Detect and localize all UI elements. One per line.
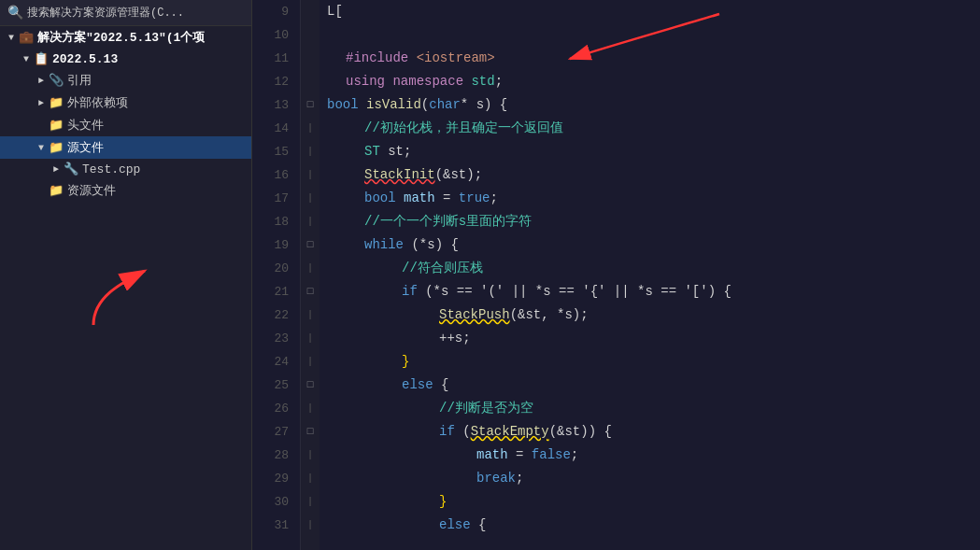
header-icon: 📁 bbox=[49, 118, 64, 133]
sidebar: 🔍 搜索解决方案资源管理器(C... ▼ 💼 解决方案"2022.5.13"(1… bbox=[0, 0, 252, 550]
g31: | bbox=[303, 514, 318, 537]
g12 bbox=[303, 70, 318, 93]
line-17: bool math = true; bbox=[327, 187, 980, 210]
line-21: if (*s == '(' || *s == '{' || *s == '[')… bbox=[327, 280, 980, 303]
tree-item-testcpp[interactable]: ► 🔧 Test.cpp bbox=[0, 159, 251, 179]
solution-label: 解决方案"2022.5.13"(1个项 bbox=[37, 29, 205, 46]
line-18: //一个一个判断s里面的字符 bbox=[327, 210, 980, 233]
ln-14: 14 bbox=[252, 117, 289, 140]
ref-label: 引用 bbox=[67, 72, 92, 89]
line-30: } bbox=[327, 490, 980, 514]
resource-label: 资源文件 bbox=[67, 182, 116, 199]
tree-item-ref[interactable]: ► 📎 引用 bbox=[0, 69, 251, 92]
line-27: if (StackEmpty(&st)) { bbox=[327, 420, 980, 444]
g16: | bbox=[303, 163, 318, 187]
ln-23: 23 bbox=[252, 327, 289, 350]
line-20: //符合则压栈 bbox=[327, 257, 980, 280]
ref-arrow: ► bbox=[34, 76, 49, 86]
ln-11: 11 bbox=[252, 47, 289, 70]
ln-19: 19 bbox=[252, 233, 289, 257]
line-19: while (*s) { bbox=[327, 233, 980, 257]
g19[interactable]: □ bbox=[303, 233, 318, 257]
project-arrow: ▼ bbox=[19, 54, 34, 64]
ln-31: 31 bbox=[252, 514, 289, 537]
g25[interactable]: □ bbox=[303, 374, 318, 397]
ln-29: 29 bbox=[252, 467, 289, 490]
testcpp-label: Test.cpp bbox=[82, 162, 140, 176]
project-label: 2022.5.13 bbox=[52, 52, 118, 66]
g21[interactable]: □ bbox=[303, 280, 318, 303]
code-lines: L[ #include <iostream> using namespace s… bbox=[320, 0, 980, 550]
line-16: StackInit(&st); bbox=[327, 163, 980, 187]
line-11: #include <iostream> bbox=[327, 47, 980, 70]
project-item[interactable]: ▼ 📋 2022.5.13 bbox=[0, 49, 251, 69]
g22: | bbox=[303, 303, 318, 327]
tree-item-ext[interactable]: ► 📁 外部依赖项 bbox=[0, 92, 251, 114]
ln-26: 26 bbox=[252, 397, 289, 420]
line-10 bbox=[327, 23, 980, 47]
g14: | bbox=[303, 117, 318, 140]
line-9: L[ bbox=[327, 0, 980, 23]
ext-label: 外部依赖项 bbox=[67, 94, 128, 111]
header-label: 头文件 bbox=[67, 117, 104, 134]
g26: | bbox=[303, 397, 318, 420]
g29: | bbox=[303, 467, 318, 490]
g15: | bbox=[303, 140, 318, 163]
tree-item-resource[interactable]: 📁 资源文件 bbox=[0, 179, 251, 202]
ref-icon: 📎 bbox=[49, 73, 64, 88]
ln-30: 30 bbox=[252, 490, 289, 514]
ln-24: 24 bbox=[252, 350, 289, 374]
tree-item-source[interactable]: ▼ 📁 源文件 bbox=[0, 136, 251, 159]
line-23: ++s; bbox=[327, 327, 980, 350]
line-31: else { bbox=[327, 514, 980, 537]
g24: | bbox=[303, 350, 318, 374]
g10 bbox=[303, 23, 318, 47]
ln-27: 27 bbox=[252, 420, 289, 444]
ext-icon: 📁 bbox=[49, 95, 64, 110]
ln-9: 9 bbox=[252, 0, 289, 23]
sidebar-header: 🔍 搜索解决方案资源管理器(C... bbox=[0, 0, 251, 26]
testcpp-icon: 🔧 bbox=[64, 162, 78, 176]
ln-21: 21 bbox=[252, 280, 289, 303]
project-icon: 📋 bbox=[34, 51, 49, 66]
source-icon: 📁 bbox=[49, 140, 64, 155]
ln-20: 20 bbox=[252, 257, 289, 280]
ln-15: 15 bbox=[252, 140, 289, 163]
ln-17: 17 bbox=[252, 187, 289, 210]
ln-10: 10 bbox=[252, 23, 289, 47]
line-12: using namespace std; bbox=[327, 70, 980, 93]
code-gutter: □ | | | | | □ | □ | | | □ | □ | | | | bbox=[301, 0, 320, 550]
line-29: break; bbox=[327, 467, 980, 490]
g23: | bbox=[303, 327, 318, 350]
ln-28: 28 bbox=[252, 444, 289, 467]
line-26: //判断是否为空 bbox=[327, 397, 980, 420]
solution-icon: 💼 bbox=[19, 30, 34, 45]
line-14: //初始化栈，并且确定一个返回值 bbox=[327, 117, 980, 140]
resource-icon: 📁 bbox=[49, 183, 64, 198]
ln-22: 22 bbox=[252, 303, 289, 327]
g30: | bbox=[303, 490, 318, 514]
solution-item[interactable]: ▼ 💼 解决方案"2022.5.13"(1个项 bbox=[0, 26, 251, 49]
g9 bbox=[303, 0, 318, 23]
sidebar-header-icon: 🔍 bbox=[7, 5, 23, 21]
g18: | bbox=[303, 210, 318, 233]
g28: | bbox=[303, 444, 318, 467]
ln-12: 12 bbox=[252, 70, 289, 93]
tree-item-header[interactable]: 📁 头文件 bbox=[0, 114, 251, 136]
line-13: bool isValid(char* s) { bbox=[327, 93, 980, 117]
editor-area: 9 10 11 12 13 14 15 16 17 18 19 20 21 22… bbox=[252, 0, 980, 550]
g13[interactable]: □ bbox=[303, 93, 318, 117]
testcpp-arrow: ► bbox=[49, 164, 64, 175]
line-22: StackPush(&st, *s); bbox=[327, 303, 980, 327]
source-label: 源文件 bbox=[67, 139, 104, 156]
g20: | bbox=[303, 257, 318, 280]
line-28: math = false; bbox=[327, 444, 980, 467]
solution-arrow: ▼ bbox=[4, 33, 19, 43]
line-numbers: 9 10 11 12 13 14 15 16 17 18 19 20 21 22… bbox=[252, 0, 301, 550]
g27[interactable]: □ bbox=[303, 420, 318, 444]
ln-25: 25 bbox=[252, 374, 289, 397]
line-24: } bbox=[327, 350, 980, 374]
ln-16: 16 bbox=[252, 163, 289, 187]
line-25: else { bbox=[327, 374, 980, 397]
g17: | bbox=[303, 187, 318, 210]
